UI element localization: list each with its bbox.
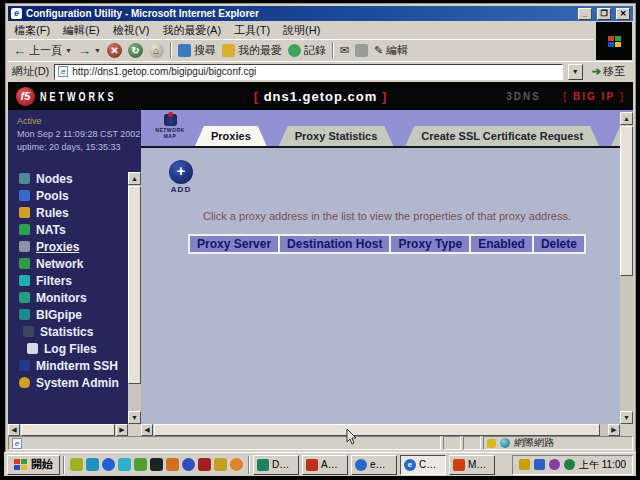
sidebar-item-proxies[interactable]: Proxies — [19, 238, 141, 255]
menu-help[interactable]: 說明(H) — [283, 23, 320, 38]
address-dropdown-icon[interactable]: ▼ — [568, 64, 583, 80]
scrollbar-thumb[interactable] — [620, 126, 633, 276]
scrollbar-thumb[interactable] — [154, 424, 600, 436]
close-button[interactable]: ✕ — [616, 8, 630, 20]
sidebar-item-rules[interactable]: Rules — [19, 204, 141, 221]
quicklaunch-icon[interactable] — [214, 458, 227, 471]
history-clock-icon — [288, 44, 301, 57]
tab-proxies[interactable]: Proxies — [195, 126, 267, 146]
taskbar-window-button[interactable]: M… — [449, 455, 495, 475]
sidebar-item-nats[interactable]: NATs — [19, 221, 141, 238]
quicklaunch-icon[interactable] — [166, 458, 179, 471]
col-destination-host: Destination Host — [280, 236, 389, 252]
taskbar-separator — [248, 456, 250, 474]
quicklaunch-icon[interactable] — [86, 458, 99, 471]
main-vertical-scrollbar[interactable]: ▲ ▼ — [620, 112, 633, 424]
menu-tools[interactable]: 工具(T) — [234, 23, 270, 38]
scroll-down-icon[interactable]: ▼ — [128, 411, 141, 424]
addressbar: 網址(D) e http://dns1.getop.com/bigipgui/b… — [8, 61, 633, 81]
mail-button[interactable]: ✉ — [340, 44, 349, 57]
scroll-up-icon[interactable]: ▲ — [620, 112, 633, 125]
favorites-button[interactable]: 我的最愛 — [222, 43, 282, 58]
tab-create-ssl-certificate-request[interactable]: Create SSL Certificate Request — [405, 126, 599, 146]
filters-icon — [19, 275, 30, 286]
sidebar-item-log-files[interactable]: Log Files — [19, 340, 141, 357]
table-header-row: Proxy Server Destination Host Proxy Type… — [190, 236, 584, 252]
edit-button[interactable]: ✎ 編輯 — [374, 43, 408, 58]
scroll-right-icon[interactable]: ▶ — [608, 424, 620, 436]
print-button[interactable] — [355, 44, 368, 57]
quicklaunch-icon[interactable] — [198, 458, 211, 471]
uptime-text: uptime: 20 days, 15:35:33 — [17, 141, 141, 154]
sidebar-horizontal-scrollbar[interactable]: ◀ ▶ — [8, 424, 128, 436]
menu-view[interactable]: 檢視(V) — [113, 23, 150, 38]
tab-proxy-statistics[interactable]: Proxy Statistics — [279, 126, 394, 146]
quicklaunch-icon[interactable] — [150, 458, 163, 471]
address-url: http://dns1.getop.com/bigipgui/bigconf.c… — [72, 66, 256, 77]
menu-file[interactable]: 檔案(F) — [14, 23, 50, 38]
search-button[interactable]: 搜尋 — [178, 43, 216, 58]
mail-icon: ✉ — [340, 44, 349, 57]
history-button[interactable]: 記錄 — [288, 43, 326, 58]
sidebar-item-filters[interactable]: Filters — [19, 272, 141, 289]
taskbar-window-button[interactable]: e… — [351, 455, 397, 475]
favorites-folder-icon — [222, 44, 235, 57]
quicklaunch-icon[interactable] — [134, 458, 147, 471]
forward-button[interactable]: → ▼ — [78, 43, 101, 58]
back-button[interactable]: ← 上一頁 ▼ — [13, 43, 72, 58]
main-horizontal-scrollbar[interactable]: ◀ ▶ — [141, 424, 620, 436]
ie-app-icon: e — [11, 8, 22, 19]
menu-edit[interactable]: 編輯(E) — [63, 23, 100, 38]
tray-icon[interactable] — [519, 459, 530, 470]
sidebar-item-bigpipe[interactable]: BIGpipe — [19, 306, 141, 323]
menu-favorites[interactable]: 我的最愛(A) — [162, 23, 221, 38]
quicklaunch-icon[interactable] — [70, 458, 83, 471]
taskbar-window-button-active[interactable]: e C… — [400, 455, 446, 475]
add-proxy-button[interactable]: + ADD — [165, 160, 197, 194]
scrollbar-thumb[interactable] — [128, 186, 141, 384]
taskbar-window-button[interactable]: D… — [253, 455, 299, 475]
back-dropdown-icon[interactable]: ▼ — [65, 47, 72, 54]
stop-button[interactable]: ✕ — [107, 43, 122, 58]
sidebar-item-monitors[interactable]: Monitors — [19, 289, 141, 306]
scroll-right-icon[interactable]: ▶ — [116, 424, 128, 436]
windows-start-icon — [14, 459, 27, 470]
address-input[interactable]: e http://dns1.getop.com/bigipgui/bigconf… — [54, 64, 563, 80]
tray-icon[interactable] — [549, 459, 560, 470]
sidebar-item-pools[interactable]: Pools — [19, 187, 141, 204]
network-map-icon — [164, 114, 177, 126]
quicklaunch-icon[interactable] — [118, 458, 131, 471]
status-panel — [463, 436, 481, 450]
mouse-cursor — [346, 428, 358, 446]
go-button[interactable]: ➔ 移至 — [588, 63, 629, 80]
refresh-button[interactable]: ↻ — [128, 43, 143, 58]
scroll-down-icon[interactable]: ▼ — [620, 411, 633, 424]
scroll-left-icon[interactable]: ◀ — [8, 424, 20, 436]
app-icon — [355, 459, 367, 471]
titlebar[interactable]: e Configuration Utility - Microsoft Inte… — [8, 6, 633, 21]
maximize-button[interactable]: ❐ — [597, 8, 611, 20]
add-plus-icon: + — [169, 160, 193, 184]
sidebar-item-nodes[interactable]: Nodes — [19, 170, 141, 187]
scrollbar-thumb[interactable] — [21, 424, 115, 436]
minimize-button[interactable]: _ — [578, 8, 592, 20]
network-map-button[interactable]: NETWORK MAP — [149, 114, 191, 139]
tray-icon[interactable] — [564, 459, 575, 470]
quicklaunch-icon[interactable] — [102, 458, 115, 471]
sidebar-item-system-admin[interactable]: System Admin — [19, 374, 141, 391]
scroll-left-icon[interactable]: ◀ — [141, 424, 153, 436]
quicklaunch-icon[interactable] — [182, 458, 195, 471]
scroll-up-icon[interactable]: ▲ — [128, 172, 141, 185]
taskbar-window-button[interactable]: A… — [302, 455, 348, 475]
forward-dropdown-icon[interactable]: ▼ — [94, 47, 101, 54]
tray-icon[interactable] — [534, 459, 545, 470]
start-button[interactable]: 開始 — [7, 455, 60, 475]
sidebar-vertical-scrollbar[interactable]: ▲ ▼ — [128, 172, 141, 424]
sidebar-item-mindterm-ssh[interactable]: Mindterm SSH — [19, 357, 141, 374]
quicklaunch-icon[interactable] — [230, 458, 243, 471]
hostname-text: dns1.getop.com — [264, 89, 378, 104]
sidebar-item-statistics[interactable]: Statistics — [19, 323, 141, 340]
sidebar-item-network[interactable]: Network — [19, 255, 141, 272]
home-button[interactable]: ⌂ — [149, 43, 164, 58]
proxies-icon — [19, 241, 30, 252]
